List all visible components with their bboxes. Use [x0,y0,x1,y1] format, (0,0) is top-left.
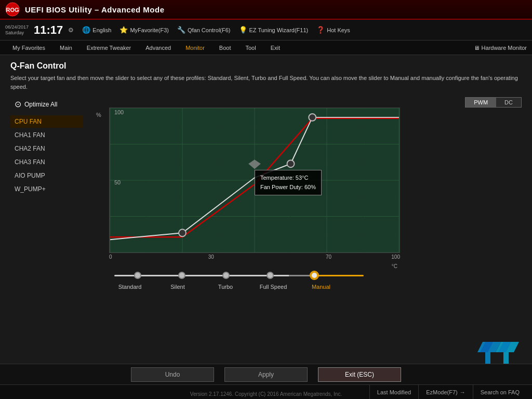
exit-button[interactable]: Exit (ESC) [318,367,401,382]
svg-point-25 [287,160,295,167]
content-row: ⊙ Optimize All CPU FAN CHA1 FAN CHA2 FAN… [10,97,522,290]
heart-icon: ⭐ [119,26,128,34]
svg-text:50: 50 [114,179,121,185]
slider-track [114,275,364,276]
menu-exit[interactable]: Exit [263,41,287,55]
profile-label-empty [348,284,369,290]
pwm-btn[interactable]: PWM [466,98,496,107]
undo-button[interactable]: Undo [131,367,214,382]
fan-item-aio[interactable]: AIO PUMP [10,169,83,182]
hw-monitor-btn[interactable]: 🖥 Hardware Monitor [474,45,527,51]
main-content: Q-Fan Control Select your target fan and… [0,55,532,364]
ez-tuning-btn[interactable]: 💡 EZ Tuning Wizard(F11) [239,26,309,34]
slider-dot-manual[interactable] [311,272,318,279]
top-nav-items: 🌐 English ⭐ MyFavorite(F3) 🔧 Qfan Contro… [82,26,527,34]
x-label-100: 100 [391,254,400,260]
fan-icon: 🔧 [177,26,185,34]
page-title: Q-Fan Control [10,61,522,71]
profile-label-manual: Manual [300,284,342,290]
fan-item-cha3[interactable]: CHA3 FAN [10,156,83,168]
slider-labels: Standard Silent Turbo Full Speed Manual [109,284,369,290]
fan-item-cpu[interactable]: CPU FAN [10,115,83,128]
language-selector[interactable]: 🌐 English [82,26,111,34]
left-panel: ⊙ Optimize All CPU FAN CHA1 FAN CHA2 FAN… [10,97,83,195]
chart-y-label: % [96,112,101,118]
menu-bar: My Favorites Main Extreme Tweaker Advanc… [0,41,532,55]
lightning-icon: 💡 [239,26,247,34]
qfan-control-btn[interactable]: 🔧 Qfan Control(F6) [177,26,231,34]
asus-rog-logo: ROG [5,2,20,17]
svg-point-24 [179,229,186,236]
fan-item-cha2[interactable]: CHA2 FAN [10,142,83,155]
menu-main[interactable]: Main [52,41,79,55]
globe-icon: 🌐 [82,26,90,34]
svg-text:ROG: ROG [6,7,19,13]
fan-item-wpump[interactable]: W_PUMP+ [10,183,83,195]
profile-label-silent: Silent [157,284,198,290]
settings-icon[interactable]: ⚙ [68,26,74,34]
header-bar: ROG UEFI BIOS Utility – Advanced Mode [0,0,532,20]
x-label-0: 0 [109,254,112,260]
ez-mode-btn[interactable]: EzMode(F7) → [418,385,473,400]
bottom-bar: Undo Apply Exit (ESC) [0,364,532,384]
svg-point-26 [309,114,316,121]
profile-slider-section: Standard Silent Turbo Full Speed Manual [94,269,522,290]
pwm-dc-toggle: PWM DC [465,97,522,108]
menu-advanced[interactable]: Advanced [138,41,178,55]
svg-text:100: 100 [114,109,124,115]
profile-label-standard: Standard [109,284,151,290]
menu-extreme-tweaker[interactable]: Extreme Tweaker [79,41,138,55]
question-icon: ❓ [316,26,325,34]
menu-monitor[interactable]: Monitor [178,41,212,55]
x-label-30: 30 [208,254,214,260]
my-favorite-btn[interactable]: ⭐ MyFavorite(F3) [119,26,169,34]
chart-x-axis: 0 30 70 100 [109,253,400,260]
chart-wrapper: % [109,108,516,260]
time-display: 11:17 [34,23,63,37]
top-info-bar: 06/24/2017 Saturday 11:17 ⚙ 🌐 English ⭐ … [0,20,532,41]
fan-curve-chart[interactable]: 100 50 [109,108,400,253]
slider-dot-turbo[interactable] [222,272,230,279]
slider-dot-standard[interactable] [134,272,141,279]
apply-button[interactable]: Apply [224,367,308,382]
date-display: 06/24/2017 Saturday [5,24,29,36]
menu-tool[interactable]: Tool [238,41,263,55]
chart-unit-celsius: °C [392,263,397,269]
optimize-all-btn[interactable]: ⊙ Optimize All [10,97,83,111]
slider-track-container[interactable] [109,269,369,282]
x-label-70: 70 [326,254,331,260]
arrow-icon: → [460,389,466,395]
slider-dot-fullspeed[interactable] [267,272,274,279]
optimize-icon: ⊙ [15,99,21,109]
monitor-icon: 🖥 [474,45,480,51]
slider-dot-silent[interactable] [178,272,185,279]
menu-boot[interactable]: Boot [212,41,238,55]
search-faq-btn[interactable]: Search on FAQ [473,385,527,400]
chart-container: PWM DC % [94,97,522,290]
profile-label-turbo: Turbo [205,284,246,290]
page-description: Select your target fan and then move the… [10,74,522,91]
dc-btn[interactable]: DC [496,98,521,107]
app-title: UEFI BIOS Utility – Advanced Mode [25,5,527,14]
version-text: Version 2.17.1246. Copyright (C) 2016 Am… [190,391,342,397]
last-modified-btn[interactable]: Last Modified [369,385,418,400]
hot-keys-btn[interactable]: ❓ Hot Keys [316,26,350,34]
fan-item-cha1[interactable]: CHA1 FAN [10,129,83,141]
profile-label-fullspeed: Full Speed [252,284,294,290]
menu-my-favorites[interactable]: My Favorites [5,41,52,55]
